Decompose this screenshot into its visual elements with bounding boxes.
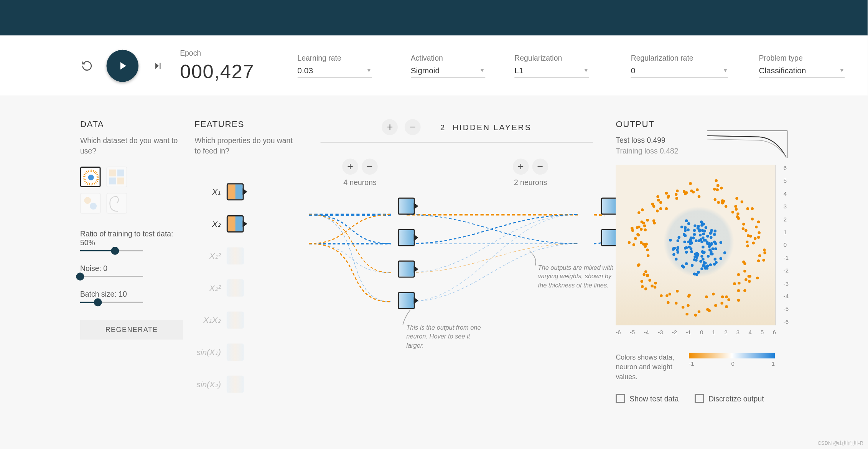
feature-label: X₁X₂ [194,316,221,325]
hidden-layers-title: HIDDEN LAYERS [453,122,532,132]
neuron-l1-1[interactable] [398,198,415,215]
reg-rate-label: Regularization rate [631,54,736,62]
feature-label: X₁² [194,252,221,261]
dataset-circle[interactable] [80,167,101,188]
neuron-l1-3[interactable] [398,261,415,278]
chevron-down-icon: ▼ [479,67,485,73]
feature-input-5[interactable] [227,344,244,361]
chevron-down-icon: ▼ [583,67,589,73]
ratio-slider[interactable] [80,251,143,252]
noise-slider[interactable] [80,276,143,277]
weights-callout: The outputs are mixed with varying weigh… [538,263,618,290]
data-heading: DATA [80,119,183,129]
dataset-xor[interactable] [107,167,127,188]
layer2-count: 2 neurons [514,178,547,187]
svg-rect-4 [117,170,124,177]
feature-input-1[interactable] [227,216,244,233]
svg-point-1 [88,175,94,181]
regularization-label: Regularization [514,54,608,62]
feature-input-3[interactable] [227,280,244,297]
feature-label: sin(X₂) [194,380,221,389]
problem-select[interactable]: Classification▼ [759,66,845,78]
epoch-value: 000,427 [180,60,275,83]
neuron-l1-4[interactable] [398,292,415,309]
watermark: CSDN @山川而川-R [818,440,863,447]
learning-rate-label: Learning rate [297,54,388,62]
step-icon[interactable] [151,59,165,73]
feature-input-4[interactable] [227,312,244,329]
regenerate-button[interactable]: REGENERATE [80,320,183,340]
dataset-gauss[interactable] [80,193,101,214]
add-neuron-l1-button[interactable]: + [342,158,358,175]
svg-rect-3 [117,178,124,185]
reset-icon[interactable] [80,59,94,73]
feature-input-0[interactable] [227,183,244,201]
svg-rect-5 [109,178,116,185]
svg-rect-2 [109,170,116,177]
feature-label: sin(X₁) [194,348,221,357]
ratio-label: Ratio of training to test data: 50% [80,230,183,247]
play-button[interactable] [107,50,139,82]
features-heading: FEATURES [194,119,298,129]
chevron-down-icon: ▼ [366,67,372,73]
feature-label: X₂ [194,220,221,229]
noise-label: Noise: 0 [80,264,183,272]
regularization-select[interactable]: L1▼ [514,66,589,78]
add-layer-button[interactable]: + [382,119,398,135]
neuron-callout: This is the output from one neuron. Hove… [406,324,486,350]
remove-neuron-l1-button[interactable]: − [362,158,378,175]
loss-chart [707,130,787,158]
feature-label: X₁ [194,187,221,196]
discretize-checkbox[interactable]: Discretize output [695,394,764,403]
connection-wires [309,195,604,435]
reg-rate-select[interactable]: 0▼ [631,66,728,78]
toolbar: Epoch 000,427 Learning rate 0.03▼ Activa… [0,36,868,96]
chevron-down-icon: ▼ [839,67,845,73]
chevron-down-icon: ▼ [723,67,728,73]
top-banner [0,0,868,36]
output-plot[interactable]: 6543210-1-2-3-4-5-6 -6-5-4-3-2-10123456 [616,165,776,325]
output-heading: OUTPUT [616,119,787,129]
color-gradient [689,353,775,358]
data-subtext: Which dataset do you want to use? [80,136,183,157]
show-test-checkbox[interactable]: Show test data [616,394,679,403]
svg-point-7 [90,203,97,210]
layer1-count: 4 neurons [343,178,376,187]
activation-select[interactable]: Sigmoid▼ [411,66,485,78]
layer-count: 2 [440,122,446,132]
feature-input-6[interactable] [227,376,244,393]
learning-rate-select[interactable]: 0.03▼ [297,66,372,78]
svg-point-6 [84,197,91,204]
features-subtext: Which properties do you want to feed in? [194,136,298,157]
remove-neuron-l2-button[interactable]: − [532,158,548,175]
epoch-label: Epoch [180,48,275,57]
batch-label: Batch size: 10 [80,290,183,299]
legend-text: Colors shows data, neuron and weight val… [616,353,679,381]
feature-input-2[interactable] [227,248,244,265]
activation-label: Activation [411,54,492,62]
remove-layer-button[interactable]: − [405,119,421,135]
dataset-spiral[interactable] [107,193,127,214]
batch-slider[interactable] [80,302,143,303]
add-neuron-l2-button[interactable]: + [513,158,529,175]
neuron-l1-2[interactable] [398,229,415,246]
problem-label: Problem type [759,54,845,62]
feature-label: X₂² [194,284,221,293]
